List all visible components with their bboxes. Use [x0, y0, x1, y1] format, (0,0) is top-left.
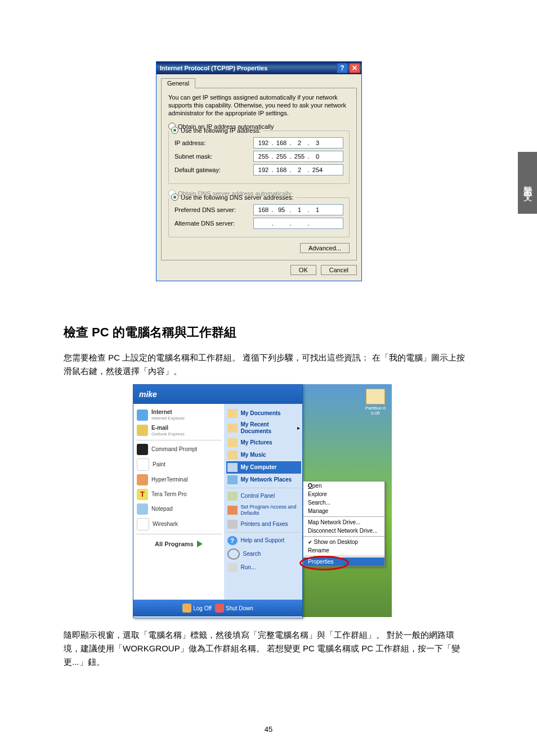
advanced-button[interactable]: Advanced... [300, 243, 350, 253]
printers-faxes[interactable]: Printers and Faxes [226, 518, 301, 530]
ctx-rename[interactable]: Rename [303, 546, 384, 555]
my-network-places[interactable]: My Network Places [226, 474, 301, 486]
tcpip-properties-dialog: Internet Protocol (TCP/IP) Properties ? … [156, 61, 362, 281]
run[interactable]: Run... [226, 561, 301, 574]
start-notepad[interactable]: Notepad [136, 502, 222, 516]
start-teraterm[interactable]: TTera Term Pro [136, 487, 222, 502]
ctx-show-desktop[interactable]: Show on Desktop [303, 538, 384, 546]
close-button[interactable]: ✕ [349, 63, 360, 73]
my-music[interactable]: My Music [226, 449, 301, 461]
ctx-search[interactable]: Search... [303, 498, 384, 507]
my-recent-docs[interactable]: My Recent Documents▸ [226, 420, 301, 436]
alternate-dns-input[interactable]: . . . [253, 218, 343, 229]
adns-label: Alternate DNS server: [174, 220, 253, 227]
info-text: You can get IP settings assigned automat… [168, 94, 350, 117]
ctx-disconnect-drive[interactable]: Disconnect Network Drive... [303, 526, 384, 535]
start-user: mike [133, 385, 302, 404]
start-panel: mike InternetInternet Explorer E-mailOut… [133, 384, 303, 618]
start-email[interactable]: E-mailOutlook Express [136, 423, 222, 439]
ip-label: IP address: [174, 140, 253, 146]
radio-use-ip[interactable]: Use the following IP address: [169, 127, 263, 134]
log-off-button[interactable]: Log Off [182, 604, 212, 613]
gateway-label: Default gateway: [174, 166, 253, 173]
control-panel[interactable]: Control Panel [226, 490, 301, 502]
subnet-mask-input[interactable]: 255. 255. 255. 0 [253, 151, 343, 162]
general-tab[interactable]: General [161, 78, 195, 88]
dialog-title: Internet Protocol (TCP/IP) Properties [160, 65, 267, 71]
ctx-open[interactable]: Open [303, 482, 384, 490]
ip-address-input[interactable]: 192. 168. 2. 3 [253, 137, 343, 148]
start-menu-screenshot: Partition 0 0.05 mike InternetInternet E… [133, 384, 392, 617]
radio-icon [171, 127, 178, 134]
search[interactable]: Search [226, 547, 301, 561]
start-paint[interactable]: Paint [136, 457, 222, 472]
ctx-map-drive[interactable]: Map Network Drive... [303, 518, 384, 526]
section-heading: 檢查 PC 的電腦名稱與工作群組 [64, 324, 236, 341]
side-language-tab: 繁體中文 [518, 152, 537, 214]
start-internet[interactable]: InternetInternet Explorer [136, 407, 222, 423]
radio-use-dns[interactable]: Use the following DNS server addresses: [169, 194, 296, 201]
context-menu: Open Explore Search... Manage Map Networ… [303, 481, 385, 566]
help-button[interactable]: ? [337, 63, 348, 73]
paragraph-1: 您需要檢查 PC 上設定的電腦名稱和工作群組。 遵循下列步驟，可找出這些資訊： … [64, 351, 470, 378]
start-wireshark[interactable]: Wireshark [136, 516, 222, 532]
ctx-explore[interactable]: Explore [303, 490, 384, 498]
start-hyperterminal[interactable]: HyperTerminal [136, 472, 222, 487]
page-number: 45 [265, 725, 272, 734]
arrow-right-icon [197, 541, 203, 547]
radio-icon [171, 194, 178, 201]
cancel-button[interactable]: Cancel [321, 265, 357, 275]
paragraph-2: 隨即顯示視窗，選取「電腦名稱」標籤，然後填寫「完整電腦名稱」與「工作群組」。 對… [64, 628, 470, 669]
ctx-manage[interactable]: Manage [303, 507, 384, 515]
highlight-oval [299, 556, 349, 570]
help-support[interactable]: ?Help and Support [226, 534, 301, 547]
preferred-dns-input[interactable]: 168. 95. 1. 1 [253, 204, 343, 215]
ok-button[interactable]: OK [290, 265, 316, 275]
my-documents[interactable]: My Documents [226, 407, 301, 420]
shut-down-button[interactable]: Shut Down [215, 604, 253, 613]
dialog-titlebar: Internet Protocol (TCP/IP) Properties ? … [156, 62, 361, 74]
default-gateway-input[interactable]: 192. 168. 2. 254 [253, 164, 343, 176]
my-pictures[interactable]: My Pictures [226, 436, 301, 449]
all-programs[interactable]: All Programs [136, 536, 222, 552]
recycle-bin-icon: Partition 0 0.05 [364, 389, 387, 416]
set-program-access[interactable]: Set Program Access and Defaults [226, 502, 301, 518]
my-computer[interactable]: My Computer [226, 461, 301, 474]
pdns-label: Preferred DNS server: [174, 206, 253, 213]
mask-label: Subnet mask: [174, 153, 253, 160]
start-cmd[interactable]: Command Prompt [136, 442, 222, 457]
